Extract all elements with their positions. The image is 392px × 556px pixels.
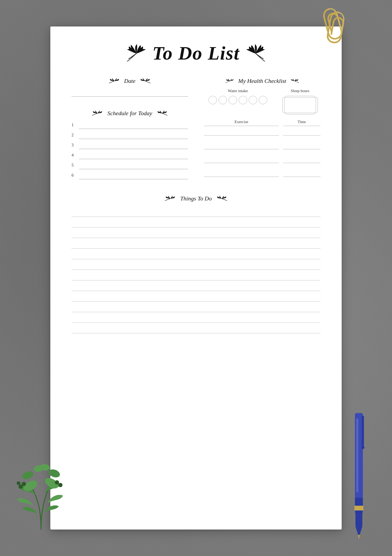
- water-circle-1[interactable]: [208, 96, 217, 104]
- svg-point-16: [361, 446, 364, 449]
- pen-decoration: [350, 413, 371, 545]
- svg-point-8: [17, 481, 20, 485]
- time-input-4[interactable]: [283, 169, 320, 177]
- svg-rect-15: [362, 416, 364, 447]
- left-title-leaf: [126, 44, 147, 63]
- schedule-input-2[interactable]: [79, 131, 188, 139]
- schedule-item-3: 3: [72, 141, 188, 149]
- water-circle-2[interactable]: [219, 96, 227, 104]
- water-intake-section: Water intake: [208, 89, 267, 114]
- paper-document: To Do List: [50, 26, 342, 530]
- svg-point-9: [55, 480, 59, 485]
- time-input-3[interactable]: [283, 156, 320, 163]
- schedule-input-3[interactable]: [79, 141, 188, 149]
- things-wreath-left: [164, 196, 177, 201]
- schedule-label: Schedule for Today: [107, 110, 152, 117]
- water-circle-3[interactable]: [229, 96, 237, 104]
- exercise-input-4[interactable]: [204, 169, 279, 177]
- exercise-section: Exercise Time: [204, 120, 320, 179]
- water-circle-4[interactable]: [239, 96, 247, 104]
- todo-line-12[interactable]: [72, 324, 320, 333]
- schedule-input-1[interactable]: [79, 121, 188, 129]
- svg-rect-14: [355, 510, 362, 526]
- sleep-hours-label: Sleep hours: [284, 89, 316, 93]
- todo-line-4[interactable]: [72, 239, 320, 249]
- todo-line-9[interactable]: [72, 292, 320, 302]
- things-to-do-label: Things To Do: [180, 195, 212, 202]
- main-content-area: Date: [72, 78, 320, 185]
- paperclip-decoration: [313, 8, 360, 50]
- todo-line-5[interactable]: [72, 250, 320, 259]
- schedule-item-5: 5: [72, 161, 188, 169]
- schedule-section: Schedule for Today 1: [72, 110, 188, 179]
- health-wreath-left: [225, 78, 235, 84]
- water-sleep-row: Water intake Sleep hours: [204, 89, 320, 114]
- svg-point-3: [48, 468, 61, 479]
- todo-line-11[interactable]: [72, 313, 320, 323]
- date-label: Date: [124, 78, 136, 84]
- schedule-header: Schedule for Today: [72, 110, 188, 117]
- schedule-item-4: 4: [72, 151, 188, 159]
- right-column: My Health Checklist Water intake: [204, 78, 320, 185]
- todo-line-8[interactable]: [72, 281, 320, 291]
- plant-decoration: [16, 455, 69, 535]
- todo-line-7[interactable]: [72, 271, 320, 280]
- exercise-input-1[interactable]: [204, 128, 279, 136]
- svg-point-10: [58, 483, 63, 487]
- svg-point-7: [19, 485, 23, 489]
- time-input-1[interactable]: [283, 128, 320, 136]
- todo-line-6[interactable]: [72, 260, 320, 270]
- exercise-input-3[interactable]: [204, 156, 279, 163]
- things-header: Things To Do: [72, 195, 320, 202]
- todo-line-1[interactable]: [72, 207, 320, 217]
- time-input-2[interactable]: [283, 142, 320, 149]
- todo-line-3[interactable]: [72, 228, 320, 238]
- date-section: Date: [72, 78, 188, 99]
- schedule-wreath-left: [91, 111, 104, 116]
- health-checklist-section: My Health Checklist Water intake: [204, 78, 320, 179]
- health-header: My Health Checklist: [204, 78, 320, 84]
- health-checklist-label: My Health Checklist: [238, 78, 286, 84]
- exercise-input-2[interactable]: [204, 142, 279, 149]
- things-wreath-right: [215, 196, 228, 201]
- exercise-label: Exercise: [204, 120, 279, 126]
- title-section: To Do List: [72, 42, 320, 64]
- schedule-item-1: 1: [72, 121, 188, 129]
- svg-point-2: [21, 470, 35, 481]
- time-label: Time: [283, 120, 320, 126]
- date-wreath-right: [139, 78, 152, 84]
- sleep-hours-section: Sleep hours: [284, 89, 316, 114]
- health-wreath-right: [289, 78, 300, 84]
- schedule-input-6[interactable]: [79, 171, 188, 179]
- schedule-wreath-right: [155, 111, 169, 116]
- date-wreath-left: [108, 78, 121, 84]
- svg-rect-12: [355, 498, 363, 506]
- water-circle-6[interactable]: [259, 96, 267, 104]
- schedule-input-5[interactable]: [79, 161, 188, 169]
- schedule-item-2: 2: [72, 131, 188, 139]
- left-column: Date: [72, 78, 188, 185]
- todo-lines-container: [72, 207, 320, 333]
- date-header: Date: [72, 78, 188, 84]
- exercise-headers: Exercise Time: [204, 120, 320, 126]
- svg-rect-17: [356, 418, 358, 492]
- right-title-leaf: [245, 44, 266, 63]
- svg-rect-13: [354, 506, 363, 510]
- things-to-do-section: Things To Do: [72, 195, 320, 333]
- date-input[interactable]: [72, 89, 188, 97]
- exercise-rows: [204, 128, 320, 179]
- todo-line-2[interactable]: [72, 218, 320, 227]
- todo-line-10[interactable]: [72, 303, 320, 312]
- schedule-input-4[interactable]: [79, 151, 188, 159]
- water-intake-label: Water intake: [208, 89, 267, 93]
- schedule-item-6: 6: [72, 171, 188, 179]
- water-circle-5[interactable]: [249, 96, 257, 104]
- page-title: To Do List: [152, 42, 239, 64]
- sleep-hours-box[interactable]: [284, 96, 316, 114]
- water-circles-container: [208, 96, 267, 104]
